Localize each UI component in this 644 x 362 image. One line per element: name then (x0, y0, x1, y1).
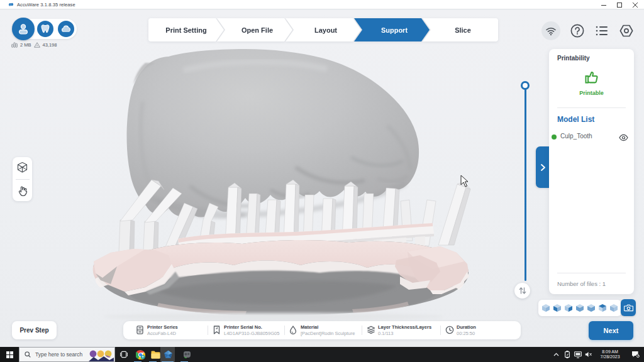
clock-icon (445, 326, 454, 334)
pan-hand-button[interactable] (13, 181, 32, 202)
step-open-file[interactable]: Open File (217, 18, 292, 41)
print-info-bar: Printer Series AccuFab-L4D Printer Seria… (123, 321, 521, 339)
chevron-up-icon (553, 353, 559, 356)
visibility-eye-icon[interactable] (619, 133, 628, 144)
clock-time: 8:09 AM (594, 349, 626, 355)
prev-step-label: Prev Step (19, 327, 48, 334)
layers-icon (367, 326, 375, 334)
view-tools-panel (13, 157, 32, 201)
chrome-icon (136, 350, 145, 359)
task-view-button[interactable] (116, 347, 131, 362)
cloud-icon (61, 24, 72, 35)
view-back-button[interactable] (564, 304, 573, 312)
orientation-cube-button[interactable] (13, 157, 32, 178)
step-label: Slice (450, 26, 471, 34)
info-value: AccuFab-L4D (147, 331, 176, 336)
tray-volume-muted-icon[interactable] (583, 347, 594, 362)
droplet-icon (289, 326, 297, 334)
app-logo-icon (8, 2, 14, 8)
capture-app-icon (182, 351, 192, 359)
taskbar-search-box[interactable]: Type here to search (19, 347, 115, 362)
view-left-button[interactable] (575, 304, 584, 312)
model-stats: 2 MB 43,198 (11, 41, 57, 48)
view-bottom-button[interactable] (609, 304, 618, 312)
file-size-value: 2 MB (20, 42, 31, 48)
info-label: Material (301, 324, 318, 330)
tray-expand-button[interactable] (551, 347, 562, 362)
action-center-icon (631, 351, 640, 358)
info-value: 0.1/113 (378, 331, 393, 336)
close-button[interactable] (626, 0, 644, 9)
step-slice[interactable]: Slice (423, 18, 498, 41)
tooth-icon (40, 24, 50, 34)
windows-logo-icon (6, 351, 13, 358)
tray-device-icon[interactable] (562, 347, 572, 362)
model-name: Culp_Tooth (560, 133, 592, 140)
viewport[interactable]: 2 MB 43,198 Print Setting Open File Layo… (0, 10, 644, 347)
info-value: L4D1AP310-GJB8059G05 (224, 331, 279, 336)
action-center-button[interactable] (626, 347, 644, 362)
step-layout[interactable]: Layout (286, 18, 361, 41)
help-button[interactable] (570, 23, 585, 38)
step-support[interactable]: Support (354, 18, 430, 41)
search-icon (25, 351, 31, 358)
chrome-taskbar-button[interactable] (133, 347, 148, 362)
mouse-cursor (461, 175, 468, 187)
minimize-button[interactable] (595, 0, 613, 9)
settings-button[interactable] (619, 23, 634, 38)
printability-title: Printability (557, 55, 590, 62)
printable-status: Printable (549, 90, 634, 96)
view-top-button[interactable] (598, 304, 607, 312)
step-label: Print Setting (165, 26, 206, 34)
slider-track[interactable] (525, 86, 526, 281)
triangle-count-value: 43,198 (43, 42, 57, 48)
files-count: Number of files : 1 (557, 280, 606, 287)
model-list-title: Model List (557, 115, 594, 124)
workflow-steps: Print Setting Open File Layout Support S… (148, 18, 498, 41)
model-status-dot (552, 134, 557, 140)
model-list-item[interactable]: Culp_Tooth (549, 131, 634, 143)
orientation-cube-icon (16, 162, 28, 173)
task-view-icon (120, 351, 128, 358)
wifi-button[interactable] (541, 21, 560, 40)
tray-display-icon[interactable] (572, 347, 583, 362)
info-label: Layer Thickness/Layers (378, 324, 431, 330)
view-right-button[interactable] (587, 304, 596, 312)
tooth-library-button[interactable] (37, 21, 53, 37)
slider-handle[interactable] (521, 81, 530, 90)
divider (284, 326, 285, 335)
divider (16, 179, 30, 180)
taskbar-clock[interactable]: 8:09 AM 7/28/2023 (594, 349, 626, 360)
divider (557, 107, 626, 108)
help-icon (570, 24, 584, 38)
news-widget[interactable] (89, 348, 114, 361)
info-label: Printer Series (147, 324, 178, 330)
view-front-button[interactable] (553, 304, 562, 312)
prev-step-button[interactable]: Prev Step (12, 321, 57, 339)
panel-collapse-tab[interactable] (536, 146, 550, 188)
bookmark-icon (213, 326, 221, 334)
start-button[interactable] (0, 347, 19, 362)
maximize-button[interactable] (611, 0, 628, 9)
chevron-right-icon (541, 164, 545, 171)
layer-slider[interactable] (520, 81, 530, 298)
view-iso-button[interactable] (541, 304, 550, 312)
accuware-app-icon (164, 350, 173, 359)
flip-view-button[interactable] (514, 283, 530, 299)
step-print-setting[interactable]: Print Setting (148, 18, 224, 41)
info-label: Duration (457, 324, 476, 330)
next-label: Next (604, 327, 619, 334)
clock-date: 7/28/2023 (594, 354, 626, 360)
next-button[interactable]: Next (589, 321, 633, 340)
camera-icon (624, 304, 633, 312)
screenshot-button[interactable] (621, 299, 636, 316)
task-list-button[interactable] (594, 23, 609, 38)
accuware-taskbar-button[interactable] (160, 347, 175, 362)
info-value: [PacDent]Rodin Sculpture (301, 331, 355, 336)
step-label: Open File (236, 26, 273, 34)
info-value: 00:25:50 (457, 331, 475, 336)
capture-app-button[interactable] (179, 347, 194, 362)
user-account-button[interactable] (12, 18, 35, 40)
cloud-button[interactable] (58, 21, 74, 37)
divider (362, 326, 362, 335)
